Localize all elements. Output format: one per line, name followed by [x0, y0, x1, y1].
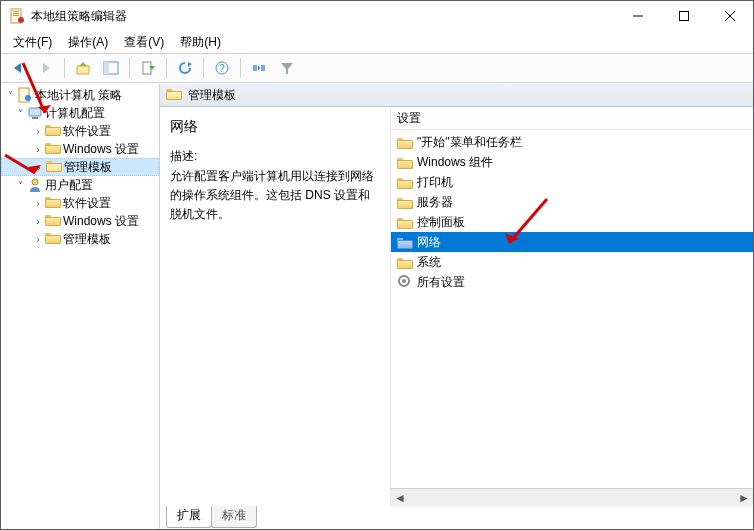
tree-pane[interactable]: ˅ 本地计算机 策略 ˅ 计算机配置 › 软件设置 › Windows 设置 › — [1, 84, 160, 529]
svg-rect-27 — [32, 117, 38, 119]
svg-rect-11 — [77, 66, 89, 74]
toolbar-separator — [129, 58, 130, 78]
svg-point-28 — [32, 179, 38, 185]
tree-label: 本地计算机 策略 — [35, 87, 122, 104]
list-item-label: 控制面板 — [417, 214, 465, 231]
expand-icon[interactable]: › — [31, 234, 45, 245]
tree-admin-templates-user[interactable]: › 管理模板 — [1, 230, 159, 248]
horizontal-scrollbar[interactable]: ◄ ► — [391, 488, 753, 507]
tree-software-settings[interactable]: › 软件设置 — [1, 122, 159, 140]
tree-label: 管理模板 — [64, 159, 112, 176]
expand-icon[interactable]: › — [31, 126, 45, 137]
tree-label: Windows 设置 — [63, 141, 139, 158]
collapse-icon[interactable]: ˅ — [13, 108, 27, 119]
folder-icon — [45, 141, 61, 157]
list-item-start-menu[interactable]: "开始"菜单和任务栏 — [391, 132, 753, 152]
svg-point-4 — [18, 17, 24, 23]
folder-open-icon — [46, 159, 62, 175]
scroll-left-button[interactable]: ◄ — [391, 490, 409, 506]
list-item-windows-components[interactable]: Windows 组件 — [391, 152, 753, 172]
policy-icon — [17, 87, 33, 103]
close-button[interactable] — [707, 1, 753, 31]
maximize-button[interactable] — [661, 1, 707, 31]
toolbar-separator — [240, 58, 241, 78]
toolbar: ? — [1, 54, 753, 83]
expand-icon[interactable]: › — [31, 216, 45, 227]
folder-icon — [397, 176, 413, 189]
toggle-button[interactable] — [246, 55, 272, 81]
column-header-setting[interactable]: 设置 — [391, 107, 753, 130]
folder-icon — [397, 196, 413, 209]
up-button[interactable] — [70, 55, 96, 81]
list-item-system[interactable]: 系统 — [391, 252, 753, 272]
expand-icon[interactable]: › — [31, 198, 45, 209]
filter-button[interactable] — [274, 55, 300, 81]
tree-windows-settings-user[interactable]: › Windows 设置 — [1, 212, 159, 230]
folder-icon — [45, 231, 61, 247]
folder-icon — [45, 213, 61, 229]
svg-rect-20 — [253, 65, 257, 71]
scroll-right-button[interactable]: ► — [735, 490, 753, 506]
body: ˅ 本地计算机 策略 ˅ 计算机配置 › 软件设置 › Windows 设置 › — [1, 83, 753, 529]
right-pane: 管理模板 网络 描述: 允许配置客户端计算机用以连接到网络的操作系统组件。这包括… — [160, 84, 753, 529]
tree-user-config[interactable]: ˅ 用户配置 — [1, 176, 159, 194]
back-button[interactable] — [5, 55, 31, 81]
breadcrumb-label: 管理模板 — [188, 87, 236, 104]
tree-root[interactable]: ˅ 本地计算机 策略 — [1, 86, 159, 104]
list-item-label: 所有设置 — [417, 274, 465, 291]
forward-button[interactable] — [33, 55, 59, 81]
titlebar: 本地组策略编辑器 — [1, 1, 753, 31]
list-item-network[interactable]: 网络 — [391, 232, 753, 252]
svg-rect-1 — [13, 11, 19, 12]
app-window: 本地组策略编辑器 文件(F) 操作(A) 查看(V) 帮助(H) ? ˅ — [0, 0, 754, 530]
menubar: 文件(F) 操作(A) 查看(V) 帮助(H) — [1, 31, 753, 54]
folder-icon — [397, 216, 413, 229]
tree-windows-settings[interactable]: › Windows 设置 — [1, 140, 159, 158]
tab-extended[interactable]: 扩展 — [166, 506, 212, 528]
list-item-servers[interactable]: 服务器 — [391, 192, 753, 212]
list-item-label: 服务器 — [417, 194, 453, 211]
user-icon — [27, 177, 43, 193]
minimize-button[interactable] — [615, 1, 661, 31]
tree-computer-config[interactable]: ˅ 计算机配置 — [1, 104, 159, 122]
list-item-all-settings[interactable]: 所有设置 — [391, 272, 753, 292]
window-title: 本地组策略编辑器 — [31, 8, 127, 25]
list-body[interactable]: "开始"菜单和任务栏 Windows 组件 打印机 服务器 控制面板 网络 系统… — [391, 130, 753, 488]
svg-rect-2 — [13, 13, 19, 14]
tree-label: 软件设置 — [63, 123, 111, 140]
column-header-label: 设置 — [397, 110, 421, 127]
folder-icon — [397, 136, 413, 149]
expand-icon[interactable]: › — [31, 144, 45, 155]
list-item-control-panel[interactable]: 控制面板 — [391, 212, 753, 232]
menu-action[interactable]: 操作(A) — [60, 32, 116, 53]
export-button[interactable] — [135, 55, 161, 81]
tree-label: 管理模板 — [63, 231, 111, 248]
description-column: 网络 描述: 允许配置客户端计算机用以连接到网络的操作系统组件。这包括 DNS … — [160, 107, 391, 507]
svg-marker-23 — [281, 63, 293, 74]
collapse-icon[interactable]: ˅ — [3, 90, 17, 101]
description-label: 描述: — [170, 147, 380, 166]
refresh-button[interactable] — [172, 55, 198, 81]
tab-standard[interactable]: 标准 — [211, 506, 257, 528]
toolbar-separator — [64, 58, 65, 78]
show-hide-tree-button[interactable] — [98, 55, 124, 81]
menu-file[interactable]: 文件(F) — [5, 32, 60, 53]
toolbar-separator — [166, 58, 167, 78]
list-item-label: 系统 — [417, 254, 441, 271]
expand-icon[interactable]: › — [32, 162, 46, 173]
svg-point-25 — [25, 95, 31, 101]
settings-icon — [397, 274, 413, 290]
menu-help[interactable]: 帮助(H) — [172, 32, 229, 53]
svg-point-30 — [402, 279, 406, 283]
tree-admin-templates-computer[interactable]: › 管理模板 — [1, 158, 159, 176]
collapse-icon[interactable]: ˅ — [13, 180, 27, 191]
list-item-printers[interactable]: 打印机 — [391, 172, 753, 192]
menu-view[interactable]: 查看(V) — [116, 32, 172, 53]
content-split: 网络 描述: 允许配置客户端计算机用以连接到网络的操作系统组件。这包括 DNS … — [160, 107, 753, 507]
svg-rect-6 — [680, 12, 689, 21]
folder-icon — [45, 123, 61, 139]
settings-list: 设置 "开始"菜单和任务栏 Windows 组件 打印机 服务器 控制面板 网络… — [391, 107, 753, 507]
tree-software-settings-user[interactable]: › 软件设置 — [1, 194, 159, 212]
tree-label: Windows 设置 — [63, 213, 139, 230]
help-button[interactable]: ? — [209, 55, 235, 81]
